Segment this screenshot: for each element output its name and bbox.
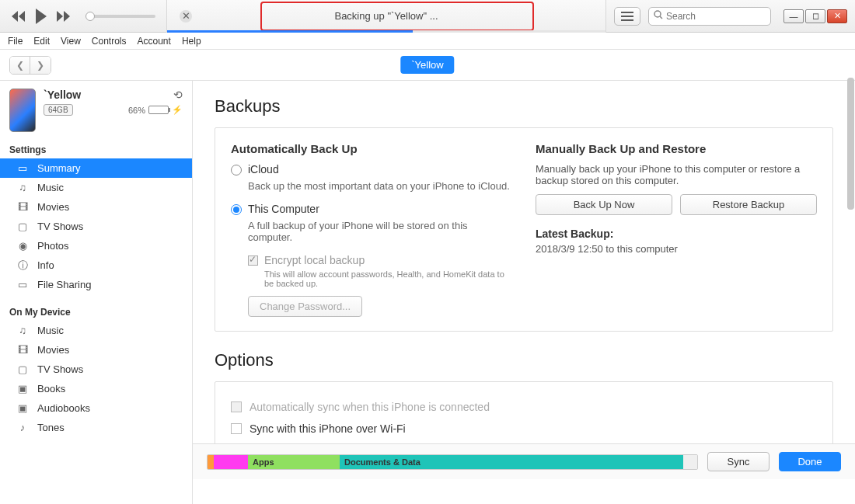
audiobooks-icon: ▣ [16,403,30,414]
nav-strip: ❮ ❯ `Yellow [0,50,855,81]
storage-seg-photos [214,455,248,469]
this-computer-desc: A full backup of your iPhone will be sto… [248,220,512,243]
checkbox-wifi-sync[interactable] [231,423,242,434]
checkbox-auto-sync[interactable] [231,401,242,412]
sync-icon[interactable]: ⟲ [173,89,183,101]
menu-controls[interactable]: Controls [92,36,127,47]
sync-button[interactable]: Sync [707,452,770,471]
movies-icon: 🎞 [16,345,30,356]
sidebar-item-movies[interactable]: 🎞Movies [0,197,192,217]
sidebar-item-movies-dev[interactable]: 🎞Movies [0,340,192,360]
search-icon [654,10,663,22]
menu-account[interactable]: Account [138,36,171,47]
storage-usage-bar: Apps Documents & Data [207,454,698,470]
menu-view[interactable]: View [61,36,81,47]
maximize-window-button[interactable]: ◻ [805,9,825,23]
sidebar-item-tvshows-dev[interactable]: ▢TV Shows [0,360,192,379]
menu-edit[interactable]: Edit [33,36,50,47]
storage-seg-docs: Documents & Data [340,455,683,469]
menu-help[interactable]: Help [182,36,201,47]
device-tab[interactable]: `Yellow [400,56,454,74]
svg-line-1 [660,16,662,19]
device-name: `Yellow [44,89,81,101]
battery-percent: 66% [128,106,145,115]
photos-icon: ◉ [16,241,30,252]
progress-bar [167,30,605,33]
volume-slider[interactable] [86,15,155,18]
summary-icon: ▭ [16,163,30,174]
sidebar-section-ondevice: On My Device [0,302,192,321]
auto-backup-header: Automatically Back Up [231,142,512,155]
list-view-button[interactable] [614,7,640,26]
device-thumbnail [9,89,36,132]
play-button[interactable] [34,9,48,24]
radio-icloud-label: iCloud [248,163,279,176]
manual-backup-desc: Manually back up your iPhone to this com… [536,163,817,186]
sidebar-section-settings: Settings [0,140,192,158]
done-button[interactable]: Done [779,452,841,471]
tones-icon: ♪ [16,422,30,433]
section-title-options: Options [215,350,833,370]
music-icon: ♫ [16,182,30,193]
tv-icon: ▢ [16,221,30,232]
backups-panel: Automatically Back Up iCloud Back up the… [215,127,833,332]
sidebar-item-info[interactable]: ⓘInfo [0,255,192,275]
storage-seg-other [208,455,214,469]
sidebar: `Yellow ⟲ 64GB 66% ⚡ Settings ▭Summary ♫… [0,81,193,504]
search-field[interactable] [648,7,771,26]
sidebar-item-music-dev[interactable]: ♫Music [0,321,192,340]
books-icon: ▣ [16,384,30,395]
minimize-window-button[interactable]: — [783,9,804,23]
sidebar-item-photos[interactable]: ◉Photos [0,236,192,255]
info-icon: ⓘ [16,260,30,271]
radio-icloud[interactable] [231,165,242,176]
radio-this-computer-label: This Computer [248,203,319,215]
encrypt-label: Encrypt local backup [264,254,365,266]
filesharing-icon: ▭ [16,280,30,290]
option-auto-sync[interactable]: Automatically sync when this iPhone is c… [231,396,817,418]
capacity-badge: 64GB [44,104,73,116]
back-button[interactable]: ❮ [10,57,30,74]
player-toolbar: ✕ Backing up "`Yellow" ... — ◻ ✕ [0,0,855,33]
cancel-operation-button[interactable]: ✕ [180,10,192,23]
storage-seg-apps: Apps [248,455,340,469]
scrollbar-thumb[interactable] [847,78,854,210]
storage-seg-free [683,455,697,469]
bottom-bar: Apps Documents & Data Sync Done [193,443,855,479]
movies-icon: 🎞 [16,202,30,213]
option-wifi-sync[interactable]: Sync with this iPhone over Wi-Fi [231,418,817,440]
sidebar-item-books[interactable]: ▣Books [0,379,192,398]
menu-file[interactable]: File [8,36,23,47]
sidebar-item-tvshows[interactable]: ▢TV Shows [0,217,192,236]
sidebar-item-tones[interactable]: ♪Tones [0,418,192,437]
music-icon: ♫ [16,325,30,336]
manual-backup-header: Manually Back Up and Restore [536,142,817,155]
search-input[interactable] [666,11,783,22]
section-title-backups: Backups [215,96,833,116]
sidebar-item-audiobooks[interactable]: ▣Audiobooks [0,398,192,418]
status-text: Backing up "`Yellow" ... [334,10,438,22]
restore-backup-button[interactable]: Restore Backup [680,194,817,215]
battery-icon [148,106,169,114]
tv-icon: ▢ [16,364,30,375]
change-password-button[interactable]: Change Password... [248,296,362,317]
close-window-button[interactable]: ✕ [827,9,847,23]
svg-point-0 [654,11,661,17]
sidebar-item-music[interactable]: ♫Music [0,178,192,197]
next-track-button[interactable] [56,11,72,22]
status-display: ✕ Backing up "`Yellow" ... [166,0,606,33]
checkbox-encrypt[interactable] [248,255,258,266]
sidebar-item-filesharing[interactable]: ▭File Sharing [0,275,192,294]
back-up-now-button[interactable]: Back Up Now [536,194,672,215]
latest-backup-header: Latest Backup: [536,228,817,240]
forward-button[interactable]: ❯ [30,57,51,74]
encrypt-desc: This will allow account passwords, Healt… [264,269,512,288]
previous-track-button[interactable] [11,11,26,22]
radio-this-computer[interactable] [231,204,242,215]
content-area: Backups Automatically Back Up iCloud Bac… [193,81,855,504]
menu-bar: File Edit View Controls Account Help [0,33,855,50]
sidebar-item-summary[interactable]: ▭Summary [0,158,192,178]
latest-backup-value: 2018/3/9 12:50 to this computer [536,243,817,255]
charging-icon: ⚡ [172,105,183,115]
icloud-desc: Back up the most important data on your … [248,180,512,192]
